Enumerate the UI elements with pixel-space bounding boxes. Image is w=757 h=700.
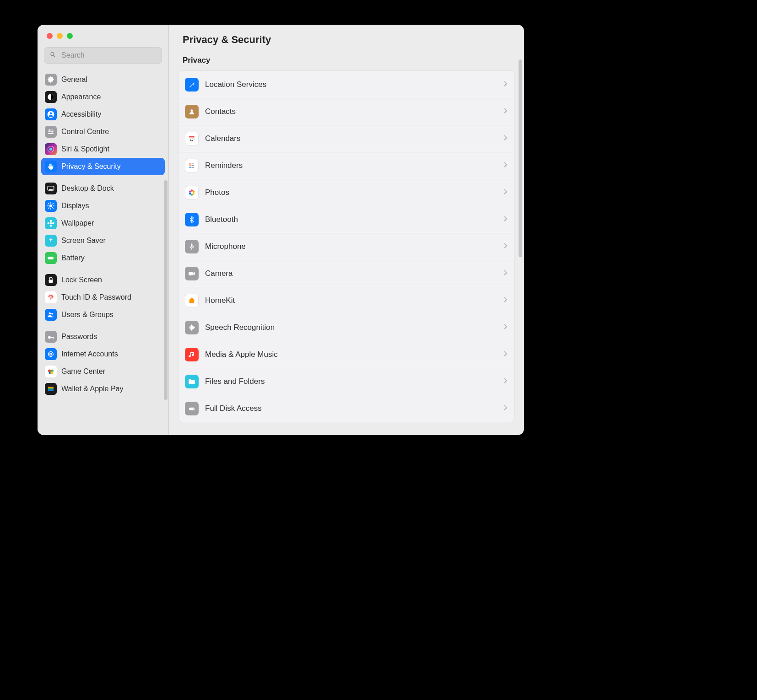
svg-text:17: 17: [190, 138, 194, 142]
sidebar-item-wallpaper[interactable]: Wallpaper: [41, 215, 165, 232]
sidebar-item-desktop-dock[interactable]: Desktop & Dock: [41, 180, 165, 197]
sidebar-item-touch-id[interactable]: Touch ID & Password: [41, 289, 165, 306]
privacy-row-label: Calendars: [205, 134, 497, 143]
sidebar-item-label: General: [61, 75, 87, 84]
sidebar-item-wallet[interactable]: Wallet & Apple Pay: [41, 380, 165, 398]
svg-point-8: [49, 133, 51, 134]
svg-line-20: [49, 208, 49, 209]
content-scrollbar[interactable]: [519, 59, 522, 257]
privacy-panel: Location ServicesContacts17CalendarsRemi…: [178, 70, 515, 422]
photos-icon: [185, 186, 199, 199]
svg-point-53: [191, 189, 193, 192]
privacy-row-location[interactable]: Location Services: [178, 71, 514, 98]
sidebar: GeneralAppearanceAccessibilityControl Ce…: [38, 25, 169, 435]
sidebar-item-displays[interactable]: Displays: [41, 197, 165, 215]
sidebar-item-accessibility[interactable]: Accessibility: [41, 106, 165, 123]
chevron-right-icon: [503, 81, 508, 89]
chevron-right-icon: [503, 323, 508, 332]
privacy-row-camera[interactable]: Camera: [178, 260, 514, 287]
svg-point-48: [189, 165, 191, 167]
svg-point-26: [52, 222, 54, 225]
page-title: Privacy & Security: [169, 25, 524, 49]
search-field[interactable]: [44, 47, 162, 64]
privacy-row-label: Bluetooth: [205, 215, 497, 224]
sidebar-item-label: Appearance: [61, 93, 101, 101]
svg-point-23: [50, 220, 52, 222]
sidebar-item-users-groups[interactable]: Users & Groups: [41, 306, 165, 323]
sidebar-item-screen-saver[interactable]: Screen Saver: [41, 232, 165, 249]
svg-rect-29: [49, 280, 53, 283]
privacy-row-bluetooth[interactable]: Bluetooth: [178, 206, 514, 233]
files-icon: [185, 375, 199, 388]
search-input[interactable]: [60, 51, 157, 60]
chevron-right-icon: [503, 296, 508, 305]
svg-point-25: [48, 222, 50, 225]
chevron-right-icon: [503, 350, 508, 359]
privacy-row-media-music[interactable]: Media & Apple Music: [178, 341, 514, 368]
sidebar-item-label: Users & Groups: [61, 311, 114, 319]
svg-point-39: [50, 372, 53, 374]
chevron-right-icon: [503, 269, 508, 278]
svg-rect-51: [191, 165, 194, 166]
settings-window: GeneralAppearanceAccessibilityControl Ce…: [38, 25, 524, 435]
sidebar-item-control-centre[interactable]: Control Centre: [41, 123, 165, 140]
privacy-row-reminders[interactable]: Reminders: [178, 152, 514, 179]
svg-rect-42: [48, 390, 54, 391]
sidebar-nav: GeneralAppearanceAccessibilityControl Ce…: [38, 68, 168, 435]
sidebar-scrollbar[interactable]: [164, 180, 168, 400]
section-label-privacy: Privacy: [169, 49, 524, 69]
homekit-icon: [185, 294, 199, 307]
privacy-row-homekit[interactable]: HomeKit: [178, 287, 514, 314]
calendars-icon: 17: [185, 132, 199, 145]
zoom-window-button[interactable]: [67, 33, 73, 39]
sidebar-item-label: Wallet & Apple Pay: [61, 385, 123, 393]
sidebar-item-appearance[interactable]: Appearance: [41, 88, 165, 106]
privacy-row-contacts[interactable]: Contacts: [178, 98, 514, 125]
sidebar-item-label: Internet Accounts: [61, 350, 118, 358]
users-groups-icon: [45, 309, 57, 321]
sidebar-item-label: Touch ID & Password: [61, 293, 131, 302]
sidebar-item-privacy-security[interactable]: Privacy & Security: [41, 158, 165, 175]
sidebar-item-game-center[interactable]: Game Center: [41, 363, 165, 380]
privacy-row-microphone[interactable]: Microphone: [178, 233, 514, 260]
sidebar-item-label: Desktop & Dock: [61, 184, 114, 193]
sidebar-item-siri-spotlight[interactable]: Siri & Spotlight: [41, 140, 165, 158]
svg-point-2: [50, 113, 52, 115]
minimize-window-button[interactable]: [57, 33, 63, 39]
svg-point-10: [49, 148, 52, 151]
reminders-icon: [185, 159, 199, 172]
general-icon: [45, 74, 57, 86]
privacy-row-calendars[interactable]: 17Calendars: [178, 125, 514, 152]
sidebar-item-battery[interactable]: Battery: [41, 249, 165, 267]
sidebar-item-general[interactable]: General: [41, 71, 165, 88]
sidebar-item-label: Wallpaper: [61, 219, 94, 227]
privacy-row-files[interactable]: Files and Folders: [178, 368, 514, 395]
privacy-row-speech[interactable]: Speech Recognition: [178, 314, 514, 341]
sidebar-item-label: Battery: [61, 254, 85, 262]
svg-line-21: [53, 204, 54, 205]
sidebar-item-label: Privacy & Security: [61, 162, 121, 171]
privacy-security-icon: [45, 161, 57, 172]
privacy-row-label: Microphone: [205, 242, 497, 251]
sidebar-item-label: Screen Saver: [61, 237, 106, 245]
svg-rect-28: [54, 258, 54, 259]
location-icon: [185, 78, 199, 92]
sidebar-item-internet-acc[interactable]: Internet Accounts: [41, 345, 165, 363]
sidebar-item-passwords[interactable]: Passwords: [41, 328, 165, 345]
privacy-row-label: Speech Recognition: [205, 323, 497, 332]
search-icon: [49, 51, 57, 60]
svg-rect-50: [191, 164, 194, 165]
privacy-row-full-disk[interactable]: Full Disk Access: [178, 395, 514, 422]
svg-point-56: [191, 194, 193, 196]
svg-point-13: [49, 205, 52, 207]
sidebar-item-lock-screen[interactable]: Lock Screen: [41, 271, 165, 289]
wallpaper-icon: [45, 217, 57, 229]
siri-spotlight-icon: [45, 143, 57, 155]
close-window-button[interactable]: [47, 33, 53, 39]
privacy-row-label: Files and Folders: [205, 377, 497, 386]
sidebar-item-label: Control Centre: [61, 128, 109, 136]
bluetooth-icon: [185, 213, 199, 226]
privacy-row-photos[interactable]: Photos: [178, 179, 514, 206]
privacy-row-label: Camera: [205, 269, 497, 278]
svg-point-58: [189, 191, 191, 193]
